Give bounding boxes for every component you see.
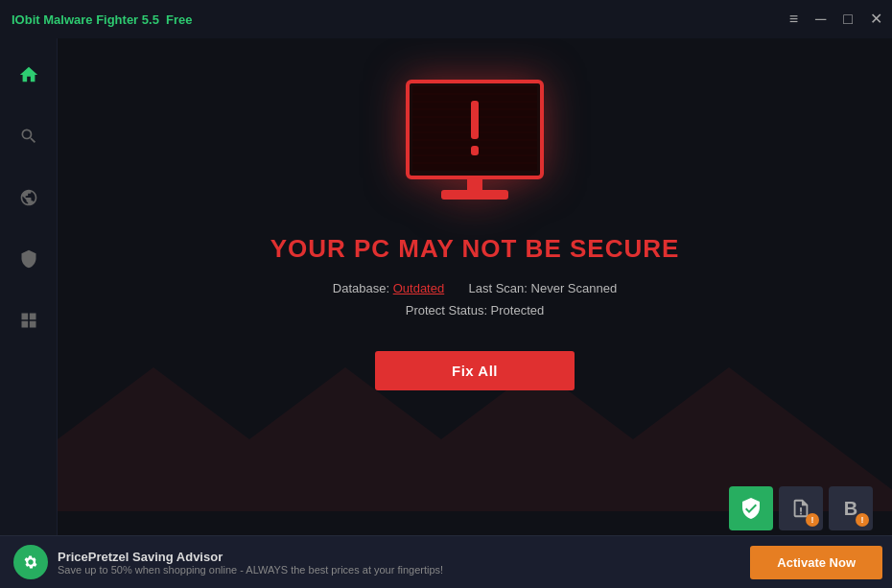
title-bar: IObit Malware Fighter 5.5 Free ≡ ─ □ ✕ [0,0,892,38]
bottom-bar-text: PricePretzel Saving Advisor Save up to 5… [58,550,750,576]
sidebar-item-home[interactable] [12,58,46,92]
svg-rect-17 [471,146,479,155]
app-name-text: IObit Malware Fighter 5.5 [12,12,159,27]
menu-button[interactable]: ≡ [789,12,798,27]
warning-monitor-icon [393,77,556,211]
text-alert-button[interactable]: B ! [829,486,873,530]
ad-subtitle: Save up to 50% when shopping online - AL… [58,564,750,576]
content-area: YOUR PC MAY NOT BE SECURE Database: Outd… [58,38,892,588]
main-warning-message: YOUR PC MAY NOT BE SECURE [270,234,680,264]
ad-title: PricePretzel Saving Advisor [58,550,750,564]
document-alert-button[interactable]: ! [779,486,823,530]
sidebar-item-network[interactable] [12,180,46,215]
protect-label: Protect Status: [406,303,491,318]
window-controls: ≡ ─ □ ✕ [789,12,882,27]
app-title: IObit Malware Fighter 5.5 Free [12,12,193,27]
svg-rect-16 [471,101,479,139]
database-label: Database: [333,281,393,295]
protect-status: Protected [491,303,545,318]
sidebar-item-scan[interactable] [12,119,46,153]
monitor-icon-container [393,77,556,215]
status-line-1: Database: Outdated Last Scan: Never Scan… [333,277,617,299]
edition-badge: Free [166,12,192,27]
shield-check-button[interactable] [729,486,773,530]
bottom-right-icons: ! B ! [729,486,873,530]
activate-now-button[interactable]: Activate Now [750,546,882,579]
database-status: Outdated [393,281,445,295]
background-pattern [58,319,892,511]
document-alert-badge: ! [806,513,819,527]
minimize-button[interactable]: ─ [815,12,826,27]
svg-marker-3 [58,367,345,511]
fix-all-button[interactable]: Fix All [375,351,575,390]
last-scan-status: Never Scanned [531,281,618,295]
sidebar-item-protect[interactable] [12,242,46,276]
last-scan-label: Last Scan: [469,281,531,295]
sidebar-item-apps[interactable] [12,303,46,338]
main-layout: YOUR PC MAY NOT BE SECURE Database: Outd… [0,38,892,588]
bottom-bar: PricePretzel Saving Advisor Save up to 5… [0,535,892,588]
price-pretzel-icon [13,545,48,579]
svg-rect-18 [467,177,482,192]
svg-rect-20 [800,507,802,512]
status-info: Database: Outdated Last Scan: Never Scan… [333,277,617,322]
maximize-button[interactable]: □ [843,12,853,27]
text-alert-badge: ! [856,513,869,527]
status-line-2: Protect Status: Protected [333,299,617,321]
sidebar [0,38,58,588]
svg-rect-19 [441,190,508,200]
svg-rect-21 [800,513,802,515]
close-button[interactable]: ✕ [870,12,882,27]
